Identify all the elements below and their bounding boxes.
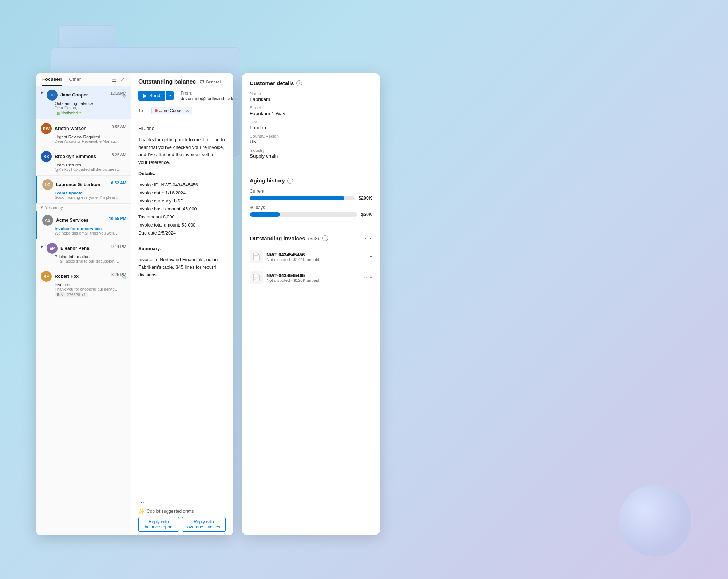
recipient-name: Jane Cooper: [159, 108, 184, 113]
aging-history-title-text: Aging history: [250, 177, 285, 184]
avatar-initials-bs: BS: [43, 154, 49, 159]
invoice-info-2: NWT-0434545465 Not disputed · $120K unpa…: [266, 273, 359, 283]
tab-focused[interactable]: Focused: [42, 76, 62, 86]
avatar-kw: KW: [41, 123, 52, 134]
detail-value-country: UK: [250, 139, 372, 145]
avatar-bs: BS: [41, 151, 52, 162]
from-bar: From: devonlane@northwindtraders.com ▾: [181, 90, 233, 101]
email-view-header: Outstanding balance 🛡 General ▶ Send ▾: [131, 73, 233, 119]
invoice-id-1: NWT-0434545456: [266, 252, 359, 257]
invoice-chevron-icon-2[interactable]: ▾: [370, 275, 372, 280]
tab-other[interactable]: Other: [69, 76, 81, 86]
email-item-eleanor[interactable]: ▶ EP Eleanor Pena Pricing Information Hi…: [36, 239, 131, 267]
detail-invoice-total: Invoice total amount: 53,000: [138, 221, 226, 229]
aging-amount-30days: $50K: [361, 212, 372, 217]
email-list-section: Focused Other ☰ ✓ ▶ JC Jane Cooper 📎: [36, 73, 131, 535]
to-bar: To Jane Cooper ✕: [138, 104, 226, 114]
invoice-dots-menu-2[interactable]: ···: [362, 275, 368, 280]
invoice-status-2: Not disputed · $120K unpaid: [266, 278, 359, 283]
detail-row-industry: Industry Supply chain: [250, 148, 372, 159]
email-name-rf: Robert Fox: [55, 274, 118, 279]
invoice-icon-1: 📄: [250, 250, 263, 263]
detail-invoice-id: Invoice ID: NWT-0434545456: [138, 181, 226, 189]
customer-details-info-icon[interactable]: i: [296, 80, 302, 86]
invoice-id-2: NWT-0434545465: [266, 273, 359, 278]
checkmark-icon[interactable]: ✓: [120, 77, 125, 83]
general-badge: 🛡 General: [199, 79, 221, 85]
ellipsis-dots: ···: [138, 499, 226, 505]
avatar-initials-rf: RF: [44, 274, 49, 279]
invoice-file-icon-2: 📄: [252, 273, 260, 281]
detail-label-industry: Industry: [250, 148, 372, 153]
divider-label-yesterday: Yesterday: [45, 205, 63, 210]
email-name-jc: Jane Cooper: [60, 92, 118, 98]
invoice-status-text-1: Not disputed: [266, 257, 290, 262]
aging-bar-container-30days: [250, 212, 357, 217]
detail-row-city: City London: [250, 120, 372, 130]
recipient-chip[interactable]: Jane Cooper ✕: [151, 107, 192, 114]
attach-name-rf: INV · 276528 +1: [55, 292, 88, 297]
aging-bar-row-current: $200K: [250, 196, 372, 201]
email-preview-as: We hope this email finds you well. Ple..…: [41, 231, 121, 235]
email-panel: Focused Other ☰ ✓ ▶ JC Jane Cooper 📎: [36, 73, 233, 535]
from-dropdown[interactable]: devonlane@northwindtraders.com ▾: [181, 96, 233, 101]
email-preview-lg: Good morning everyone, I'm pleased...: [41, 195, 121, 200]
divider-yesterday: ▾ Yesterday: [36, 204, 131, 211]
email-item-acme[interactable]: AS Acme Services Invoice for our service…: [36, 211, 131, 239]
copilot-bar: ··· ✨ Copilot suggested drafts Reply wit…: [131, 495, 233, 535]
invoice-file-icon-1: 📄: [252, 253, 260, 261]
main-container: Focused Other ☰ ✓ ▶ JC Jane Cooper 📎: [36, 73, 699, 535]
balance-report-button[interactable]: Reply with balance report: [138, 517, 179, 532]
filter-icon[interactable]: ☰: [112, 77, 117, 83]
email-time-jc: 12:55PM: [110, 91, 126, 95]
copilot-label-text: Copilot suggested drafts: [147, 509, 194, 514]
shield-icon: 🛡: [199, 79, 204, 85]
chevron-down-icon-yesterday[interactable]: ▾: [41, 205, 43, 210]
detail-row-country: Country/Region UK: [250, 134, 372, 145]
detail-row-street: Street Fabrikam 1 Way: [250, 106, 372, 116]
email-preview-jc: Dear Devon,...: [41, 106, 121, 110]
send-button[interactable]: ▶ Send: [138, 91, 165, 101]
attach-name-jc: Northwind tr...: [61, 111, 84, 115]
send-dropdown-button[interactable]: ▾: [166, 91, 174, 100]
email-preview-rf: Thank you for choosing our services....: [41, 287, 121, 291]
aging-label-current: Current: [250, 189, 372, 194]
invoice-dots-menu-1[interactable]: ···: [362, 254, 368, 260]
invoice-icon-2: 📄: [250, 271, 263, 284]
email-item-jane-cooper[interactable]: ▶ JC Jane Cooper 📎 Outstanding balance D…: [36, 86, 131, 119]
invoice-item-2[interactable]: 📄 NWT-0434545465 Not disputed · $120K un…: [250, 267, 372, 288]
email-time-as: 10:55 PM: [109, 216, 126, 221]
aging-row-current: Current $200K: [250, 189, 372, 201]
email-subject-rf: Invoices: [41, 283, 126, 287]
invoices-more-icon[interactable]: ···: [365, 235, 372, 241]
aging-label-30days: 30 days: [250, 205, 372, 210]
detail-value-street: Fabrikam 1 Way: [250, 111, 372, 116]
invoice-chevron-icon-1[interactable]: ▾: [370, 254, 372, 259]
email-item-kristin[interactable]: KW Kristin Watson Urgent Review Required…: [36, 119, 131, 147]
invoice-item-1[interactable]: 📄 NWT-0434545456 Not disputed · $140K un…: [250, 247, 372, 267]
avatar-ep: EP: [47, 243, 58, 254]
aging-bar-container-current: [250, 196, 355, 200]
email-time-lg: 6:52 AM: [111, 181, 126, 185]
copilot-label: ✨ Copilot suggested drafts: [138, 508, 226, 514]
email-item-brooklyn[interactable]: BS Brooklyn Simmons Team Pictures @Keiko…: [36, 147, 131, 176]
unread-border-as: [36, 211, 37, 239]
aging-bar-row-30days: $50K: [250, 212, 372, 217]
invoice-actions-2: ··· ▾: [362, 275, 372, 280]
outstanding-invoices-section: Outstanding invoices (358) i ··· 📄 NWT-0…: [242, 229, 380, 535]
detail-value-industry: Supply chain: [250, 153, 372, 159]
email-item-robert[interactable]: RF Robert Fox 📎 Invoices Thank you for c…: [36, 267, 131, 301]
aging-history-info-icon[interactable]: i: [287, 178, 293, 184]
collapse-arrow-ep[interactable]: ▶: [41, 244, 44, 248]
excel-icon: ▦: [57, 111, 60, 115]
aging-history-section: Aging history i Current $200K 30 days: [242, 170, 380, 229]
overdue-invoices-button[interactable]: Reply with overdue invoices: [182, 517, 226, 532]
email-item-laurence[interactable]: LG Laurence Gilbertson Teams update Good…: [36, 176, 131, 204]
invoice-info-1: NWT-0434545456 Not disputed · $140K unpa…: [266, 252, 359, 262]
detail-value-city: London: [250, 125, 372, 130]
avatar-lg: LG: [42, 179, 53, 190]
email-body-intro: Thanks for getting back to me. I'm glad …: [138, 136, 226, 166]
collapse-arrow-jc[interactable]: ▶: [41, 90, 44, 94]
invoices-info-icon[interactable]: i: [322, 235, 328, 241]
recipient-remove-icon[interactable]: ✕: [186, 109, 189, 113]
